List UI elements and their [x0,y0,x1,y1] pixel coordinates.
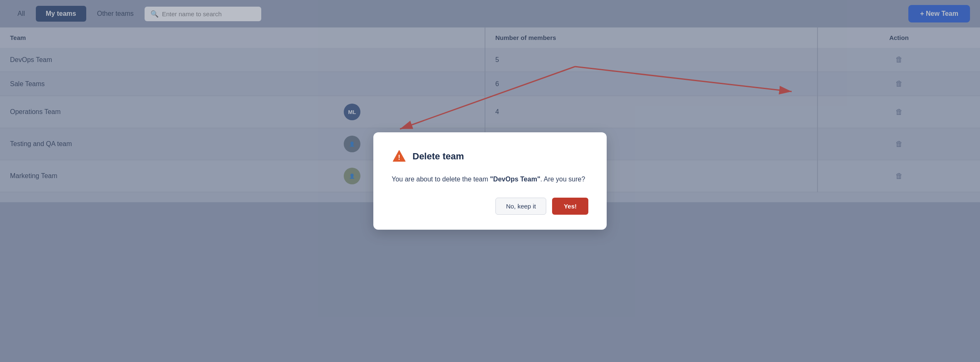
modal-team-name: "DevOps Team" [490,176,540,183]
modal-overlay[interactable]: ! Delete team You are about to delete th… [0,0,980,362]
modal-title-row: ! Delete team [392,149,588,164]
svg-text:!: ! [398,154,400,161]
modal-body: You are about to delete the team "DevOps… [392,174,588,185]
modal-body-prefix: You are about to delete the team [392,176,490,183]
modal-actions: No, keep it Yes! [392,198,588,215]
modal-title: Delete team [412,151,464,162]
confirm-delete-button[interactable]: Yes! [552,198,588,215]
cancel-button[interactable]: No, keep it [495,198,546,215]
warning-icon: ! [392,149,407,164]
delete-modal: ! Delete team You are about to delete th… [373,132,607,230]
modal-body-suffix: . Are you sure? [540,176,585,183]
